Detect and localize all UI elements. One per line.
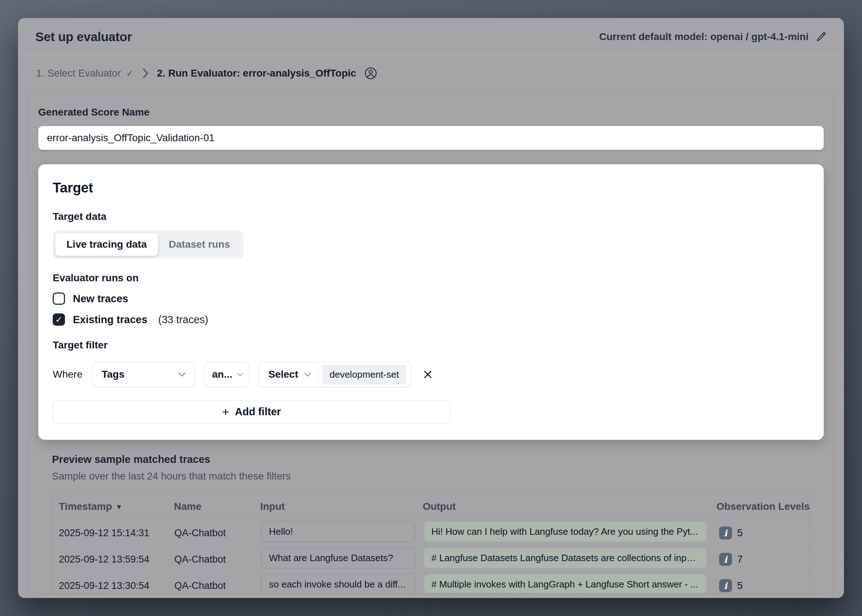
chevron-down-icon bbox=[237, 372, 243, 377]
output-cell[interactable]: Hi! How can I help with Langfuse today? … bbox=[424, 522, 707, 542]
filter-column-value: Tags bbox=[101, 369, 124, 380]
timestamp-cell: 2025-09-12 15:14:31 bbox=[52, 528, 174, 539]
target-data-label: Target data bbox=[53, 211, 809, 222]
target-card: Target Target data Live tracing data Dat… bbox=[38, 164, 824, 440]
filter-value-placeholder: Select bbox=[268, 369, 298, 380]
existing-traces-label: Existing traces bbox=[73, 314, 147, 326]
target-data-toggle: Live tracing data Dataset runs bbox=[53, 230, 243, 259]
default-model-label: Current default model: openai / gpt-4.1-… bbox=[599, 31, 809, 42]
add-filter-button[interactable]: + Add filter bbox=[53, 400, 450, 423]
name-cell: QA-Chatbot bbox=[174, 528, 261, 539]
preview-subheading: Sample over the last 24 hours that match… bbox=[52, 470, 810, 482]
checkbox-row-existing-traces[interactable]: ✓ Existing traces (33 traces) bbox=[53, 313, 809, 326]
new-traces-checkbox[interactable] bbox=[53, 292, 65, 305]
setup-evaluator-dialog: Set up evaluator Current default model: … bbox=[18, 18, 844, 598]
preview-heading: Preview sample matched traces bbox=[52, 454, 810, 465]
filter-value-chip[interactable]: development-set bbox=[322, 365, 406, 385]
traces-table: Timestamp▼ Name Input Output Observation… bbox=[52, 493, 810, 594]
timestamp-cell: 2025-09-12 13:30:54 bbox=[52, 580, 174, 591]
input-cell[interactable]: Hello! bbox=[261, 521, 416, 542]
evaluator-form: Generated Score Name Target Target data … bbox=[28, 91, 834, 594]
checkbox-row-new-traces[interactable]: New traces bbox=[53, 292, 809, 305]
table-header-row: Timestamp▼ Name Input Output Observation… bbox=[52, 493, 810, 520]
evaluator-runs-on-label: Evaluator runs on bbox=[53, 272, 809, 284]
table-row[interactable]: 2025-09-12 13:59:54 QA-Chatbot What are … bbox=[52, 546, 810, 573]
check-icon: ✓ bbox=[126, 68, 134, 79]
user-circle-icon bbox=[364, 67, 377, 80]
filter-column-select[interactable]: Tags bbox=[93, 362, 195, 387]
existing-traces-checkbox[interactable]: ✓ bbox=[53, 313, 65, 326]
column-header-name[interactable]: Name bbox=[174, 501, 260, 512]
pencil-icon bbox=[816, 31, 827, 42]
target-filter-label: Target filter bbox=[53, 339, 809, 351]
filter-operator-select[interactable]: an... bbox=[204, 362, 249, 387]
input-cell[interactable]: What are Langfuse Datasets? bbox=[261, 547, 416, 569]
observation-level-count: 5 bbox=[737, 527, 743, 539]
tab-live-tracing-data[interactable]: Live tracing data bbox=[55, 233, 158, 256]
edit-model-button[interactable] bbox=[816, 31, 827, 42]
output-cell[interactable]: # Langfuse Datasets Langfuse Datasets ar… bbox=[424, 548, 707, 568]
dialog-header: Set up evaluator Current default model: … bbox=[18, 18, 844, 56]
output-cell[interactable]: # Multiple invokes with LangGraph + Lang… bbox=[424, 575, 707, 594]
remove-filter-button[interactable] bbox=[421, 369, 435, 380]
close-icon bbox=[422, 369, 433, 380]
where-label: Where bbox=[53, 369, 82, 380]
filter-row: Where Tags an... Select bbox=[53, 362, 809, 387]
column-header-timestamp[interactable]: Timestamp▼ bbox=[52, 501, 174, 512]
table-row[interactable]: 2025-09-12 13:30:54 QA-Chatbot so each i… bbox=[52, 573, 810, 594]
score-name-input[interactable] bbox=[38, 126, 824, 150]
breadcrumb-step-select-evaluator[interactable]: 1. Select Evaluator ✓ bbox=[36, 68, 134, 79]
chevron-down-icon bbox=[304, 372, 311, 377]
observation-level-count: 5 bbox=[737, 580, 743, 591]
breadcrumb-step2-label: 2. Run Evaluator: error-analysis_OffTopi… bbox=[157, 68, 356, 79]
input-cell[interactable]: so each invoke should be a diff... bbox=[261, 574, 416, 594]
existing-traces-count: (33 traces) bbox=[158, 314, 208, 326]
info-badge-icon: i bbox=[719, 579, 732, 592]
tab-dataset-runs[interactable]: Dataset runs bbox=[158, 233, 241, 256]
info-badge-icon: i bbox=[719, 526, 732, 539]
filter-value-control: Select development-set bbox=[259, 362, 411, 387]
target-heading: Target bbox=[53, 180, 809, 196]
page-title: Set up evaluator bbox=[35, 30, 132, 44]
add-filter-label: Add filter bbox=[235, 406, 281, 418]
breadcrumb-step-run-evaluator: 2. Run Evaluator: error-analysis_OffTopi… bbox=[157, 68, 356, 79]
score-name-label: Generated Score Name bbox=[38, 107, 824, 118]
sort-desc-icon: ▼ bbox=[116, 503, 122, 511]
observation-level-count: 7 bbox=[737, 553, 743, 565]
name-cell: QA-Chatbot bbox=[174, 554, 261, 565]
filter-value-select[interactable]: Select bbox=[259, 362, 319, 387]
column-header-input[interactable]: Input bbox=[260, 501, 423, 512]
info-badge-icon: i bbox=[719, 553, 732, 566]
plus-icon: + bbox=[222, 405, 229, 418]
chevron-right-icon bbox=[142, 68, 149, 79]
checkbox-check-icon: ✓ bbox=[55, 315, 62, 325]
default-model-info: Current default model: openai / gpt-4.1-… bbox=[599, 31, 827, 42]
column-header-observation-levels: Observation Levels bbox=[712, 501, 810, 512]
filter-operator-value: an... bbox=[212, 369, 232, 380]
preview-section: Preview sample matched traces Sample ove… bbox=[38, 454, 824, 594]
table-row[interactable]: 2025-09-12 15:14:31 QA-Chatbot Hello! Hi… bbox=[52, 520, 810, 546]
timestamp-cell: 2025-09-12 13:59:54 bbox=[52, 554, 174, 565]
name-cell: QA-Chatbot bbox=[174, 580, 261, 591]
breadcrumb-step1-label: 1. Select Evaluator bbox=[36, 68, 121, 79]
breadcrumb: 1. Select Evaluator ✓ 2. Run Evaluator: … bbox=[18, 56, 844, 91]
column-header-output[interactable]: Output bbox=[423, 501, 712, 512]
new-traces-label: New traces bbox=[73, 293, 128, 305]
chevron-down-icon bbox=[178, 372, 186, 377]
